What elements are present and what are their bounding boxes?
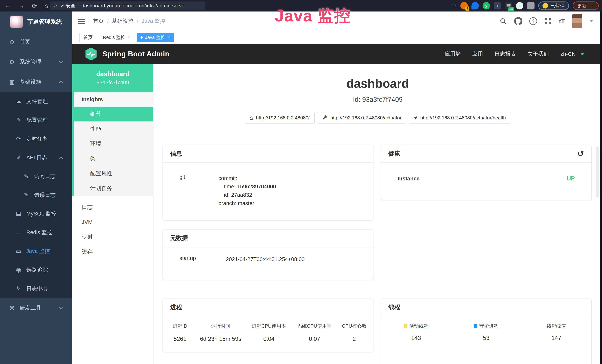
extension-icon[interactable]: y: [483, 2, 490, 10]
tab-home[interactable]: 首页: [79, 33, 97, 42]
bookmark-star-icon[interactable]: ☆: [451, 2, 457, 9]
menu-item-mappings[interactable]: 映射: [72, 229, 153, 244]
sidebar-item-label: 定时任务: [26, 135, 48, 143]
card-title: 线程: [388, 303, 400, 311]
extension-list-icon[interactable]: on: [505, 2, 512, 10]
sidebar-item-infrastructure[interactable]: ▣ 基础设施: [0, 72, 72, 92]
column-header: 进程ID: [173, 323, 187, 329]
extension-icon[interactable]: 1: [460, 2, 468, 10]
github-icon[interactable]: [514, 17, 522, 25]
menu-item-config-props[interactable]: 配置属性: [74, 166, 153, 181]
menu-item-classes[interactable]: 类: [74, 151, 153, 166]
security-label: 不安全: [61, 3, 75, 9]
sidebar-item-error-logs[interactable]: ✎ 错误日志: [0, 186, 72, 204]
back-icon[interactable]: ←: [5, 2, 11, 9]
breadcrumb-item[interactable]: 首页: [93, 17, 104, 25]
service-url-button[interactable]: ⌂ http://192.168.0.2:48080/: [245, 112, 315, 124]
info-card: 信息 git commit: time: 1596289704000 id: 2…: [163, 145, 373, 220]
paused-pill[interactable]: 已暂停: [538, 1, 569, 10]
sba-nav-about[interactable]: 关于我们: [527, 50, 549, 58]
chevron-up-icon: [59, 80, 63, 85]
tab-label: 首页: [83, 34, 93, 40]
sidebar-item-label: Redis 监控: [26, 229, 52, 236]
wrench-icon: [322, 115, 327, 120]
legend-swatch-live: [404, 324, 407, 328]
sidebar-item-scheduled-jobs[interactable]: ⟳ 定时任务: [0, 129, 72, 148]
page-title: dashboard: [153, 76, 602, 90]
close-icon[interactable]: ×: [128, 35, 130, 40]
tab-label: Java 监控: [145, 34, 165, 40]
history-icon[interactable]: ↺: [577, 150, 584, 158]
sidebar-item-access-logs[interactable]: ✎ 访问日志: [0, 167, 72, 186]
sidebar-item-log-center[interactable]: ✎ 日志中心: [0, 279, 72, 298]
breadcrumb-item[interactable]: 基础设施: [112, 17, 133, 25]
sidebar-item-redis-monitor[interactable]: ≣ Redis 监控: [0, 223, 72, 242]
actuator-url-button[interactable]: http://192.168.0.2:48080/actuator: [317, 112, 406, 124]
search-icon[interactable]: [500, 18, 507, 25]
home-icon[interactable]: ⌂: [44, 2, 48, 9]
menu-item-scheduled-tasks[interactable]: 计划任务: [74, 181, 153, 196]
metadata-value: 2021-04-27T00:44:31.254+08:00: [226, 255, 305, 264]
sidebar-item-label: 链路追踪: [26, 266, 48, 274]
sidebar-item-label: 日志中心: [26, 285, 48, 292]
address-bar[interactable]: ⚠ 不安全 dashboard.yudao.iocoder.cn/infra/a…: [50, 1, 205, 10]
sba-nav-wallboard[interactable]: 应用墙: [445, 50, 461, 58]
sidebar-item-config[interactable]: ✎ 配置管理: [0, 111, 72, 129]
cell-value: 0.07: [309, 336, 320, 342]
tab-java-monitor[interactable]: Java 监控 ×: [137, 33, 174, 42]
extension-grid-icon[interactable]: [494, 2, 501, 10]
emoji-face-icon: [542, 3, 548, 9]
stack-icon: ≣: [15, 229, 22, 236]
menu-item-jvm[interactable]: JVM: [72, 214, 153, 229]
menu-group-insights: Insights: [74, 92, 153, 107]
legend-value: 147: [551, 334, 561, 341]
menu-item-metrics[interactable]: 性能: [74, 121, 153, 136]
sba-brand-title: Spring Boot Admin: [102, 50, 170, 58]
avatar[interactable]: [572, 14, 582, 28]
menu-item-caches[interactable]: 缓存: [72, 244, 153, 259]
sidebar-item-java-monitor[interactable]: ▭ Java 监控: [0, 242, 72, 260]
sidebar-item-tracing[interactable]: ◉ 链路追踪: [0, 260, 72, 279]
menu-item-environment[interactable]: 环境: [74, 136, 153, 151]
sba-navbar: Spring Boot Admin 应用墙 应用 日志报表 关于我们 zh-CN: [72, 44, 602, 64]
sba-nav-applications[interactable]: 应用: [472, 50, 483, 58]
health-url-button[interactable]: ♥ http://192.168.0.2:48080/actuator/heal…: [409, 112, 511, 124]
sidebar-item-mysql-monitor[interactable]: ▤ MySQL 监控: [0, 204, 72, 223]
extension-icon[interactable]: ✓: [516, 2, 523, 10]
sba-instance-sidebar: dashboard 93a3fc7f7409 Insights 细节 性能 环境…: [72, 64, 153, 364]
cell-value: 0.04: [263, 336, 274, 342]
sba-brand[interactable]: Spring Boot Admin: [85, 47, 170, 61]
log-icon: ✐: [15, 154, 22, 161]
reload-icon[interactable]: ⟳: [32, 2, 37, 10]
app-title: 芋道管理系统: [27, 18, 62, 26]
health-url: http://192.168.0.2:48080/actuator/health: [420, 115, 506, 121]
extension-puzzle-icon[interactable]: [527, 2, 535, 10]
sba-nav-journal[interactable]: 日志报表: [494, 50, 516, 58]
extension-pin-icon[interactable]: [472, 2, 479, 10]
window-scrollbar[interactable]: [600, 11, 602, 364]
menu-item-details[interactable]: 细节: [74, 107, 153, 121]
scrollbar-thumb[interactable]: [596, 147, 599, 197]
sidebar-item-system[interactable]: ⚙ 系统管理: [0, 52, 72, 72]
tab-redis-monitor[interactable]: Redis 监控 ×: [99, 33, 134, 42]
legend-label: 守护进程: [479, 323, 499, 329]
help-icon[interactable]: ?: [529, 17, 537, 25]
fullscreen-icon[interactable]: [545, 18, 552, 25]
chevron-down-icon[interactable]: [589, 20, 593, 22]
sidebar-item-api-logs[interactable]: ✐ API 日志: [0, 148, 72, 167]
legend-value: 53: [483, 334, 490, 341]
kebab-menu-icon[interactable]: ⋮: [590, 3, 594, 9]
sidebar-item-dev-tools[interactable]: ⚒ 研发工具: [0, 298, 72, 318]
sba-language-select[interactable]: zh-CN: [560, 51, 576, 57]
update-button[interactable]: 更新 ⋮: [573, 1, 599, 10]
metadata-card: 元数据 startup 2021-04-27T00:44:31.254+08:0…: [163, 230, 373, 280]
extension-on-badge: on: [508, 7, 514, 11]
database-icon: ▤: [15, 210, 22, 217]
hamburger-icon[interactable]: [78, 18, 85, 25]
close-icon[interactable]: ×: [168, 35, 170, 40]
forward-icon[interactable]: →: [18, 2, 24, 9]
font-size-icon[interactable]: tT: [559, 18, 565, 25]
sidebar-item-files[interactable]: ☁ 文件管理: [0, 92, 72, 111]
menu-item-logging[interactable]: 日志: [72, 200, 153, 214]
sidebar-item-home[interactable]: ⊙ 首页: [0, 32, 72, 52]
